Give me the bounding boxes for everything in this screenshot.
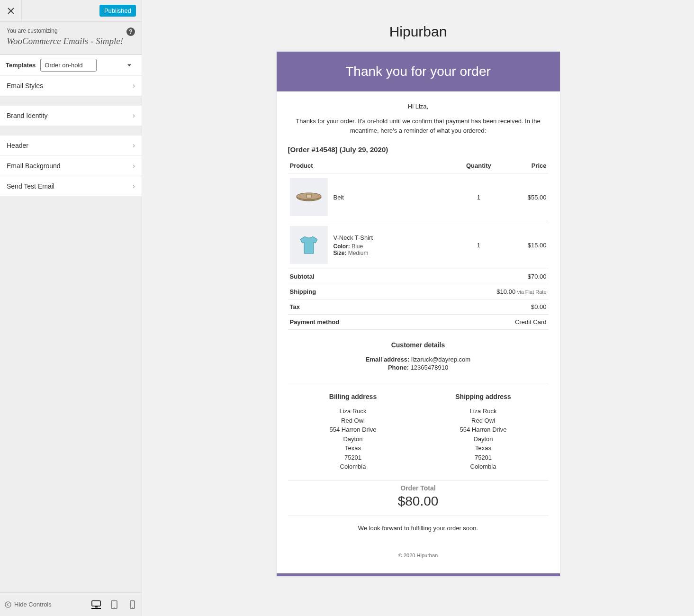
tax-value: $0.00: [418, 299, 548, 315]
customer-email: Email address: lizaruck@dayrep.com: [288, 355, 549, 363]
svg-point-6: [132, 607, 133, 608]
subtotal-label: Subtotal: [288, 269, 418, 284]
shipping-label: Shipping: [288, 284, 418, 299]
col-product: Product: [288, 158, 452, 173]
svg-rect-2: [95, 607, 98, 607]
product-qty: 1: [451, 173, 505, 221]
sidebar-footer: Hide Controls: [0, 592, 142, 616]
payment-label: Payment method: [288, 315, 418, 330]
email-card: Thank you for your order Hi Liza, Thanks…: [276, 51, 560, 577]
shipping-address: Shipping address Liza Ruck Red Owl 554 H…: [418, 383, 549, 480]
billing-address: Billing address Liza Ruck Red Owl 554 Ha…: [288, 383, 418, 480]
chevron-right-icon: ›: [133, 141, 135, 150]
svg-rect-1: [92, 601, 100, 606]
chevron-right-icon: ›: [133, 111, 135, 120]
published-badge[interactable]: Published: [99, 5, 136, 17]
order-heading: [Order #14548] (July 29, 2020): [288, 143, 549, 158]
table-row: V-Neck T-Shirt Color: Blue Size: Medium …: [288, 221, 549, 269]
totals-table: Subtotal$70.00 Shipping$10.00 via Flat R…: [288, 269, 549, 330]
chevron-right-icon: ›: [133, 82, 135, 90]
nav-label: Email Background: [7, 162, 61, 170]
chevron-left-icon: [5, 601, 11, 608]
hide-controls-button[interactable]: Hide Controls: [5, 601, 52, 608]
customizer-sidebar: Published You are customizing WooCommerc…: [0, 0, 142, 616]
brand-name: Hipurban: [181, 5, 655, 51]
help-icon[interactable]: ?: [126, 27, 135, 36]
payment-value: Credit Card: [418, 315, 548, 330]
nav-send-test-email[interactable]: Send Test Email ›: [0, 176, 142, 197]
shipping-value: $10.00 via Flat Rate: [418, 284, 548, 299]
preview-pane: Hipurban Thank you for your order Hi Liz…: [142, 0, 694, 616]
email-bottom-accent: [277, 573, 560, 576]
product-image-belt: [290, 178, 328, 216]
close-button[interactable]: [0, 0, 22, 22]
product-qty: 1: [451, 221, 505, 269]
templates-label: Templates: [6, 62, 36, 69]
col-quantity: Quantity: [451, 158, 505, 173]
nav-email-background[interactable]: Email Background ›: [0, 155, 142, 176]
chevron-right-icon: ›: [133, 162, 135, 170]
closing-text: We look forward to fulfilling your order…: [288, 516, 549, 545]
svg-point-4: [114, 607, 115, 608]
product-name: Belt: [333, 194, 344, 201]
col-price: Price: [506, 158, 549, 173]
product-meta: Color: Blue Size: Medium: [333, 243, 373, 256]
customizing-label: You are customizing: [7, 27, 135, 34]
templates-row: Templates Order on-hold: [0, 54, 142, 76]
tax-label: Tax: [288, 299, 418, 315]
product-price: $15.00: [506, 221, 549, 269]
nav-brand-identity[interactable]: Brand Identity ›: [0, 105, 142, 126]
svg-rect-9: [306, 194, 311, 198]
order-total-label: Order Total: [288, 480, 549, 492]
addresses: Billing address Liza Ruck Red Owl 554 Ha…: [288, 383, 549, 480]
product-name: V-Neck T-Shirt: [333, 234, 373, 241]
nav-header[interactable]: Header ›: [0, 135, 142, 156]
email-intro: Thanks for your order. It's on-hold unti…: [288, 117, 549, 143]
customer-details-heading: Customer details: [288, 330, 549, 355]
product-image-tshirt: [290, 226, 328, 264]
mobile-view-icon[interactable]: [127, 601, 137, 608]
nav-label: Brand Identity: [7, 112, 47, 119]
customizing-title: WooCommerce Emails - Simple!: [7, 36, 135, 46]
items-table: Product Quantity Price: [288, 158, 549, 269]
sidebar-top-bar: Published: [0, 0, 142, 22]
templates-select[interactable]: Order on-hold: [40, 59, 97, 72]
customer-phone: Phone: 12365478910: [288, 363, 549, 371]
nav-label: Email Styles: [7, 82, 43, 90]
chevron-right-icon: ›: [133, 182, 135, 190]
nav-email-styles[interactable]: Email Styles ›: [0, 75, 142, 96]
nav-label: Send Test Email: [7, 182, 54, 190]
customizing-heading: You are customizing WooCommerce Emails -…: [0, 22, 142, 54]
order-total-value: $80.00: [288, 492, 549, 516]
product-price: $55.00: [506, 173, 549, 221]
email-greeting: Hi Liza,: [288, 99, 549, 117]
hide-controls-label: Hide Controls: [14, 601, 52, 608]
svg-point-0: [5, 602, 11, 607]
email-header: Thank you for your order: [277, 52, 560, 91]
subtotal-value: $70.00: [418, 269, 548, 284]
close-icon: [8, 8, 14, 14]
footer-copyright: © 2020 Hipurban: [288, 545, 549, 569]
desktop-view-icon[interactable]: [91, 602, 101, 609]
table-row: Belt 1 $55.00: [288, 173, 549, 221]
tablet-view-icon[interactable]: [109, 601, 119, 608]
nav-label: Header: [7, 142, 28, 149]
